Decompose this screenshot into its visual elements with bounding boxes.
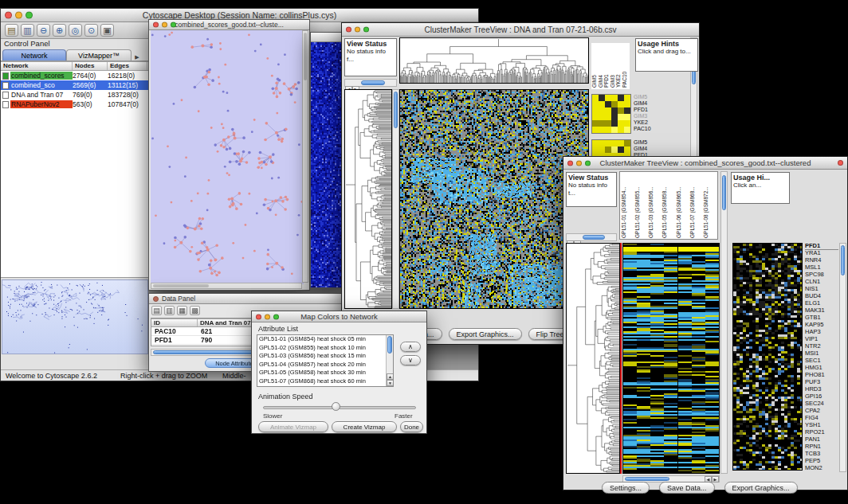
gene-label[interactable]: RPN1 xyxy=(805,443,838,450)
treeview-button[interactable]: Export Graphics... xyxy=(724,482,798,494)
column-dendrogram-canvas[interactable] xyxy=(400,38,588,83)
minimize-button[interactable] xyxy=(162,22,167,28)
gene-label[interactable]: SPC98 xyxy=(805,271,838,278)
scroll-thumb[interactable] xyxy=(841,245,845,275)
dialog-titlebar[interactable]: Map Colors to Network xyxy=(252,311,426,322)
heatmap-vscrollbar[interactable] xyxy=(720,171,728,474)
attribute-listbox[interactable]: GPL51-01 (GSM854) heat shock 05 minGPL51… xyxy=(257,334,394,387)
row-dendrogram[interactable] xyxy=(344,89,392,309)
gene-label[interactable]: RPO21 xyxy=(805,428,838,436)
close-button[interactable] xyxy=(5,12,12,19)
secondary-heatmap-canvas[interactable] xyxy=(733,244,802,470)
gene-label[interactable]: NTR2 xyxy=(805,342,838,350)
column-dendrogram[interactable] xyxy=(399,37,589,84)
attribute-list-item[interactable]: GPL51-04 (GSM857) heat shock 20 min xyxy=(257,361,386,369)
float-panel-icon[interactable]: ▤ xyxy=(151,306,162,315)
dendro-hscrollbar[interactable]: ◀▶ xyxy=(566,233,617,241)
treeview-button[interactable]: Export Graphics... xyxy=(449,328,522,340)
scroll-down-icon[interactable]: ▼ xyxy=(387,380,394,386)
tab-overflow-icon[interactable]: ▶ xyxy=(132,54,143,61)
zoom-button[interactable] xyxy=(363,27,369,33)
close-button[interactable] xyxy=(567,160,573,166)
combined-heatmap[interactable] xyxy=(622,243,720,474)
close-button[interactable] xyxy=(153,22,159,28)
gene-label[interactable]: SEC1 xyxy=(805,357,838,364)
snapshot-icon[interactable]: ▣ xyxy=(100,24,114,37)
treeview-button[interactable]: Settings... xyxy=(602,482,650,494)
attribute-list-item[interactable]: GPL51-05 (GSM858) heat shock 30 min xyxy=(257,369,386,377)
dense-network-canvas[interactable] xyxy=(311,42,342,287)
row-dendrogram-canvas[interactable] xyxy=(345,90,391,308)
network-list-row[interactable]: combined_sco2569(6)13112(15) xyxy=(1,80,149,90)
gene-label[interactable]: KAP95 xyxy=(805,321,838,328)
create-vizmap-button[interactable]: Create Vizmap xyxy=(332,421,397,432)
listbox-vscrollbar[interactable]: ▲ ▼ xyxy=(386,335,393,386)
minimize-button[interactable] xyxy=(15,12,22,19)
dna-heatmap[interactable] xyxy=(399,89,589,309)
gene-label[interactable]: ELG1 xyxy=(805,299,838,307)
row-dendrogram[interactable] xyxy=(566,243,620,474)
network-viewport[interactable] xyxy=(151,30,302,283)
zoom-button[interactable] xyxy=(273,314,279,319)
scroll-thumb[interactable] xyxy=(361,80,385,85)
attribute-list-item[interactable]: GPL51-07 (GSM868) heat shock 60 min xyxy=(257,377,386,386)
gene-label[interactable]: MON2 xyxy=(805,464,838,471)
gene-label[interactable]: YRA1 xyxy=(805,249,838,256)
slider-thumb[interactable] xyxy=(332,402,340,411)
zoom-fit-icon[interactable]: ⊙ xyxy=(84,24,98,37)
gene-label[interactable]: CLN1 xyxy=(805,278,838,285)
network-vscrollbar[interactable] xyxy=(302,30,308,283)
network-view-titlebar[interactable]: combined_scores_good.txt--cluste... xyxy=(149,20,309,30)
treeview-dna-titlebar[interactable]: ClusterMaker TreeView : DNA and Tran 07-… xyxy=(342,23,699,37)
attribute-db-icon[interactable]: ▩ xyxy=(190,306,200,315)
gene-label[interactable]: HAP3 xyxy=(805,328,838,335)
scroll-thumb[interactable] xyxy=(387,336,392,354)
gene-label[interactable]: FIG4 xyxy=(805,414,838,421)
combined-heatmap-canvas[interactable] xyxy=(623,244,719,473)
row-dendrogram-canvas[interactable] xyxy=(567,244,619,473)
zoom-button[interactable] xyxy=(585,160,591,166)
network-overview-canvas[interactable] xyxy=(2,280,147,354)
data-panel-titlebar[interactable]: Data Panel xyxy=(149,294,343,304)
network-canvas[interactable] xyxy=(151,30,304,284)
dendro-hscrollbar[interactable]: ◀▶ xyxy=(344,79,397,87)
gene-label[interactable]: MAK31 xyxy=(805,307,838,314)
gene-label[interactable]: VIP1 xyxy=(805,335,838,342)
gene-label[interactable]: SEC24 xyxy=(805,400,838,407)
network-overview[interactable] xyxy=(2,279,148,354)
import-network-icon[interactable]: ▥ xyxy=(21,24,34,37)
move-down-button[interactable]: ∨ xyxy=(400,355,421,365)
zoom-selected-icon[interactable]: ◎ xyxy=(69,24,82,37)
scroll-thumb[interactable] xyxy=(304,33,307,80)
scroll-thumb[interactable] xyxy=(153,284,209,287)
zoom-button[interactable] xyxy=(26,12,33,19)
attribute-select-icon[interactable]: ▦ xyxy=(177,306,187,315)
zoom-out-icon[interactable]: ⊖ xyxy=(37,24,50,37)
attribute-list-item[interactable]: GPL51-01 (GSM854) heat shock 05 min xyxy=(257,335,386,344)
gene-label[interactable]: NIS1 xyxy=(805,285,838,292)
gene-label[interactable]: GPI16 xyxy=(805,393,838,400)
background-network-titlebar[interactable] xyxy=(311,33,342,42)
gene-list-vscrollbar[interactable] xyxy=(839,243,846,472)
gene-label[interactable]: YSH1 xyxy=(805,421,838,428)
open-session-icon[interactable]: ▤ xyxy=(5,24,18,37)
gene-label[interactable]: MSL1 xyxy=(805,264,838,271)
zoom-button[interactable] xyxy=(171,22,176,28)
gene-label[interactable]: PFD1 xyxy=(805,242,838,249)
attribute-list-item[interactable]: GPL51-03 (GSM856) heat shock 15 min xyxy=(257,352,386,361)
scroll-up-icon[interactable]: ▲ xyxy=(387,373,394,380)
correlation-matrix-1[interactable] xyxy=(591,94,631,134)
animate-vizmap-button[interactable]: Animate Vizmap xyxy=(258,421,328,432)
gene-label[interactable]: RNR4 xyxy=(805,256,838,264)
network-list-row[interactable]: DNA and Tran 07769(0)183728(0) xyxy=(1,90,149,100)
gene-label[interactable]: GTB1 xyxy=(805,314,838,321)
gene-label[interactable]: HMG1 xyxy=(805,364,838,371)
close-button[interactable] xyxy=(256,314,261,319)
network-table-header[interactable]: Network Nodes Edges xyxy=(1,61,149,71)
gene-label[interactable]: PEP5 xyxy=(805,457,838,464)
scroll-thumb[interactable] xyxy=(394,92,398,128)
move-up-button[interactable]: ∧ xyxy=(400,342,421,352)
zoom-in-icon[interactable]: ⊕ xyxy=(53,24,66,37)
scroll-thumb[interactable] xyxy=(722,175,726,210)
dna-heatmap-canvas[interactable] xyxy=(400,90,588,308)
